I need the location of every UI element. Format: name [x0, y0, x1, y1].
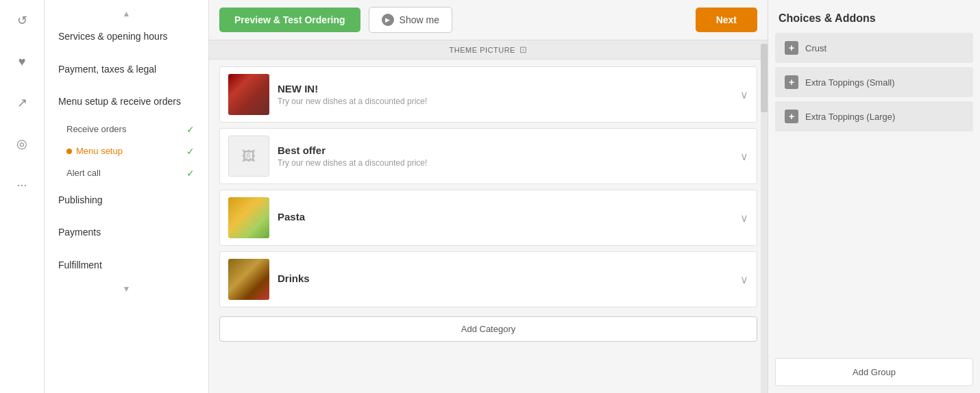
- addon-name-extra-toppings-small: Extra Toppings (Small): [805, 77, 895, 88]
- add-category-button[interactable]: Add Category: [219, 316, 757, 342]
- addon-item-extra-toppings-large[interactable]: + Extra Toppings (Large): [775, 101, 973, 131]
- category-item-pasta[interactable]: Pasta ∨: [219, 190, 757, 246]
- category-desc-best-offer: Try our new dishes at a discounted price…: [278, 158, 732, 168]
- category-text-best-offer: Best offer Try our new dishes at a disco…: [278, 144, 732, 168]
- history-icon[interactable]: ↺: [8, 7, 36, 34]
- more-icon[interactable]: ···: [8, 171, 36, 199]
- category-image-best-offer: 🖼: [228, 136, 269, 177]
- preview-test-ordering-button[interactable]: Preview & Test Ordering: [219, 8, 360, 32]
- right-panel: Choices & Addons + Crust + Extra Topping…: [768, 0, 980, 393]
- menu-setup-check: ✓: [186, 146, 195, 157]
- category-image-drinks: [228, 259, 269, 300]
- category-chevron-pasta[interactable]: ∨: [740, 212, 748, 225]
- sidebar-item-publishing[interactable]: Publishing: [45, 184, 208, 217]
- target-icon[interactable]: ◎: [8, 130, 36, 157]
- addon-name-extra-toppings-large: Extra Toppings (Large): [805, 112, 895, 122]
- menu-scrollbar[interactable]: [761, 40, 768, 393]
- category-item-drinks[interactable]: Drinks ∨: [219, 251, 757, 307]
- category-chevron-new-in[interactable]: ∨: [740, 88, 748, 101]
- category-desc-new-in: Try our new dishes at a discounted price…: [278, 97, 732, 106]
- addon-plus-extra-toppings-small: +: [785, 75, 798, 89]
- category-image-new-in: [228, 74, 269, 115]
- category-name-drinks: Drinks: [278, 272, 732, 284]
- category-name-new-in: NEW IN!: [278, 83, 732, 94]
- category-item-new-in[interactable]: NEW IN! Try our new dishes at a discount…: [219, 66, 757, 123]
- category-text-drinks: Drinks: [278, 272, 732, 286]
- menu-area: THEME PICTURE ⊡ NEW IN! Try our new dish…: [209, 40, 768, 393]
- sidebar-item-menu-setup-receive-orders[interactable]: Menu setup & receive orders: [45, 86, 208, 118]
- play-icon: ▶: [382, 14, 394, 26]
- category-name-pasta: Pasta: [278, 211, 732, 223]
- next-button[interactable]: Next: [696, 8, 757, 32]
- menu-scrollbar-thumb[interactable]: [761, 44, 768, 112]
- category-text-pasta: Pasta: [278, 211, 732, 225]
- theme-picture-bar[interactable]: THEME PICTURE ⊡: [209, 40, 768, 60]
- icon-bar: ↺ ♥ ↗ ◎ ···: [0, 0, 45, 393]
- sidebar: ▲ Services & opening hours Payment, taxe…: [45, 0, 209, 393]
- toolbar: Preview & Test Ordering ▶ Show me Next: [209, 0, 768, 40]
- main-content: Preview & Test Ordering ▶ Show me Next T…: [209, 0, 768, 393]
- addon-item-extra-toppings-small[interactable]: + Extra Toppings (Small): [775, 67, 973, 97]
- theme-picture-icon: ⊡: [519, 45, 528, 55]
- sidebar-scroll-down[interactable]: ▼: [45, 282, 208, 296]
- category-list: NEW IN! Try our new dishes at a discount…: [209, 60, 768, 359]
- sidebar-item-payment-taxes[interactable]: Payment, taxes & legal: [45, 53, 208, 86]
- addon-plus-extra-toppings-large: +: [785, 110, 798, 123]
- menu-setup-dot: [66, 149, 72, 154]
- sidebar-item-payments[interactable]: Payments: [45, 216, 208, 249]
- add-group-button[interactable]: Add Group: [775, 358, 973, 386]
- sidebar-item-services-opening-hours[interactable]: Services & opening hours: [45, 21, 208, 53]
- category-item-best-offer[interactable]: 🖼 Best offer Try our new dishes at a dis…: [219, 128, 757, 184]
- heart-icon[interactable]: ♥: [8, 48, 36, 75]
- sidebar-item-fulfillment[interactable]: Fulfillment: [45, 249, 208, 282]
- sidebar-scroll-up[interactable]: ▲: [45, 7, 208, 21]
- addon-plus-crust: +: [785, 41, 798, 55]
- alert-call-check: ✓: [186, 168, 195, 179]
- sidebar-sub-item-alert-call[interactable]: Alert call ✓: [45, 162, 208, 184]
- category-chevron-best-offer[interactable]: ∨: [740, 150, 748, 163]
- sidebar-sub-item-menu-setup[interactable]: Menu setup ✓: [45, 140, 208, 162]
- receive-orders-check: ✓: [186, 124, 195, 135]
- right-panel-title: Choices & Addons: [768, 0, 980, 33]
- chart-icon[interactable]: ↗: [8, 89, 36, 116]
- category-chevron-drinks[interactable]: ∨: [740, 273, 748, 286]
- addon-name-crust: Crust: [805, 43, 826, 53]
- category-name-best-offer: Best offer: [278, 144, 732, 156]
- show-me-button[interactable]: ▶ Show me: [369, 7, 452, 33]
- addon-item-crust[interactable]: + Crust: [775, 33, 973, 63]
- sidebar-sub-item-receive-orders[interactable]: Receive orders ✓: [45, 118, 208, 140]
- category-image-pasta: [228, 197, 269, 238]
- category-text-new-in: NEW IN! Try our new dishes at a discount…: [278, 83, 732, 106]
